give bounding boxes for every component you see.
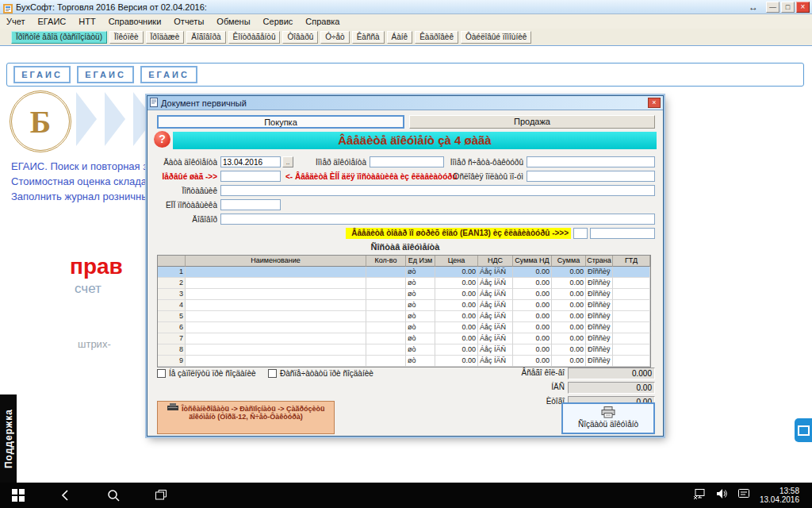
tab-purchase[interactable]: Покупка <box>157 115 404 129</box>
table-cell[interactable]: 0.00 <box>435 356 478 367</box>
table-cell[interactable]: øò <box>406 300 435 311</box>
toolbar-button-7[interactable]: Êàññà <box>352 31 385 44</box>
table-cell[interactable]: 0.00 <box>513 311 552 322</box>
volume-icon[interactable] <box>715 487 728 503</box>
table-row[interactable]: 8øò0.00Áåç ÍÄÑ0.000.00Ðîññèÿ <box>158 344 650 356</box>
table-row[interactable]: 2øò0.00Áåç ÍÄÑ0.000.00Ðîññèÿ <box>158 278 650 289</box>
table-cell[interactable]: Ðîññèÿ <box>586 300 613 311</box>
toolbar-button-9[interactable]: Êàäðîâèê <box>415 31 458 44</box>
contract-input[interactable] <box>220 214 655 225</box>
support-tab[interactable]: Поддержка <box>0 394 17 483</box>
create-document-button[interactable]: Ñîçäàòü äîêóìåíò <box>561 402 655 434</box>
table-cell[interactable]: 0.00 <box>435 344 478 356</box>
table-cell[interactable]: 0.00 <box>435 289 478 300</box>
table-cell[interactable]: 0.00 <box>552 356 586 367</box>
table-cell[interactable]: 0.00 <box>513 322 552 333</box>
table-cell[interactable]: 0.00 <box>552 311 586 322</box>
table-cell[interactable]: Áåç ÍÄÑ <box>478 311 513 322</box>
table-cell[interactable] <box>366 322 406 333</box>
table-cell[interactable]: øò <box>406 356 435 367</box>
table-cell[interactable]: Áåç ÍÄÑ <box>478 322 513 333</box>
table-cell[interactable] <box>366 333 406 344</box>
barcode-result-input[interactable] <box>590 228 655 239</box>
taskbar-clock[interactable]: 13:58 13.04.2016 <box>760 487 804 504</box>
toolbar-button-6[interactable]: Ó÷åò <box>320 31 349 44</box>
scan-panel-button[interactable]: Îòñêàíèðîâàòü -> Ðàñïîçíàòü -> Çàãðóçèòü… <box>157 401 335 434</box>
table-cell[interactable]: 8 <box>158 344 186 356</box>
table-cell[interactable]: 9 <box>158 356 186 367</box>
task-view-button[interactable] <box>143 483 179 508</box>
egais-button-2[interactable]: ЕГАИС <box>77 66 134 83</box>
checkbox-box[interactable] <box>157 369 166 378</box>
table-cell[interactable] <box>613 289 650 300</box>
table-cell[interactable]: 0.00 <box>552 322 586 333</box>
table-cell[interactable]: 0.00 <box>513 356 552 367</box>
notifications-icon[interactable] <box>737 487 750 503</box>
table-cell[interactable] <box>613 356 650 367</box>
table-cell[interactable]: 0.00 <box>435 333 478 344</box>
back-button[interactable] <box>48 483 84 508</box>
table-cell[interactable]: 0.00 <box>435 267 478 278</box>
table-cell[interactable]: Áåç ÍÄÑ <box>478 267 513 278</box>
table-cell[interactable]: øò <box>406 289 435 300</box>
table-cell[interactable]: Áåç ÍÄÑ <box>478 344 513 356</box>
table-cell[interactable]: 0.00 <box>513 289 552 300</box>
table-cell[interactable] <box>613 333 650 344</box>
table-cell[interactable]: Áåç ÍÄÑ <box>478 333 513 344</box>
checkbox-0[interactable]: Íå çàïîëíÿòü ïðè ñîçäàíèè <box>157 369 256 378</box>
table-cell[interactable]: 0.00 <box>435 311 478 322</box>
table-cell[interactable] <box>613 278 650 289</box>
table-cell[interactable]: 0.00 <box>552 289 586 300</box>
table-cell[interactable] <box>613 300 650 311</box>
menu-item-6[interactable]: Сервис <box>257 16 300 27</box>
checkbox-1[interactable]: Ðàñïå÷àòàòü ïðè ñîçäàíèè <box>268 369 373 378</box>
table-cell[interactable] <box>366 300 406 311</box>
barcode-input[interactable] <box>573 228 588 239</box>
table-cell[interactable]: 2 <box>158 278 186 289</box>
table-cell[interactable]: 0.00 <box>435 322 478 333</box>
invoice-number-input[interactable] <box>527 156 655 167</box>
table-cell[interactable] <box>366 344 406 356</box>
table-cell[interactable]: Áåç ÍÄÑ <box>478 356 513 367</box>
table-cell[interactable]: 0.00 <box>513 267 552 278</box>
table-cell[interactable] <box>186 267 366 278</box>
table-cell[interactable]: 0.00 <box>513 278 552 289</box>
table-row[interactable]: 3øò0.00Áåç ÍÄÑ0.000.00Ðîññèÿ <box>158 289 650 300</box>
table-cell[interactable]: Ðîññèÿ <box>586 333 613 344</box>
table-cell[interactable] <box>613 344 650 356</box>
dialog-close-button[interactable]: × <box>648 98 661 108</box>
toolbar-button-10[interactable]: Ôàéëîâûé ïîìîùíèê <box>461 31 531 44</box>
table-cell[interactable]: 3 <box>158 289 186 300</box>
table-cell[interactable]: Áåç ÍÄÑ <box>478 289 513 300</box>
table-cell[interactable]: 0.00 <box>552 278 586 289</box>
date-browse-button[interactable]: .. <box>282 156 293 167</box>
table-cell[interactable] <box>186 344 366 356</box>
table-row[interactable]: 6øò0.00Áåç ÍÄÑ0.000.00Ðîññèÿ <box>158 322 650 333</box>
table-cell[interactable] <box>613 311 650 322</box>
menu-item-5[interactable]: Обмены <box>210 16 256 27</box>
maximize-button[interactable]: □ <box>781 2 795 13</box>
supplier-kpp-input[interactable] <box>220 199 281 210</box>
table-cell[interactable]: 0.00 <box>552 300 586 311</box>
table-cell[interactable]: 4 <box>158 300 186 311</box>
table-cell[interactable]: Áåç ÍÄÑ <box>478 278 513 289</box>
table-cell[interactable]: 0.00 <box>513 300 552 311</box>
table-cell[interactable]: øò <box>406 322 435 333</box>
table-cell[interactable]: 0.00 <box>552 333 586 344</box>
toolbar-button-5[interactable]: Òîâàðû <box>282 31 318 44</box>
toolbar-button-1[interactable]: Ïîêóïêè <box>109 31 144 44</box>
table-cell[interactable] <box>366 289 406 300</box>
table-cell[interactable]: Ðîññèÿ <box>586 356 613 367</box>
table-cell[interactable]: øò <box>406 278 435 289</box>
menu-item-7[interactable]: Справка <box>299 16 346 27</box>
table-cell[interactable] <box>366 278 406 289</box>
network-icon[interactable] <box>693 487 706 503</box>
table-cell[interactable]: øò <box>406 344 435 356</box>
table-cell[interactable] <box>186 311 366 322</box>
table-cell[interactable]: Ðîññèÿ <box>586 289 613 300</box>
table-cell[interactable]: Ðîññèÿ <box>586 344 613 356</box>
table-cell[interactable] <box>366 356 406 367</box>
table-cell[interactable] <box>366 311 406 322</box>
edge-flyout-icon[interactable] <box>795 418 812 442</box>
date-input[interactable] <box>220 156 281 167</box>
